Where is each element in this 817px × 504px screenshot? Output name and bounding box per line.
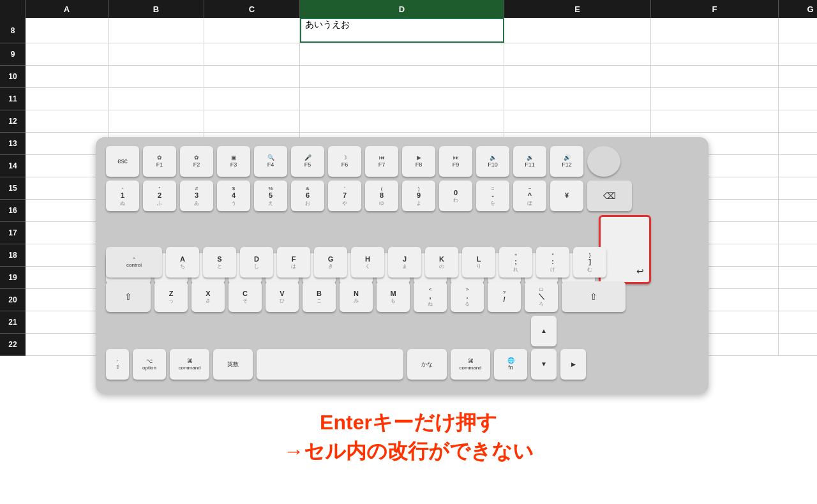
key-d[interactable]: D し	[240, 247, 273, 278]
key-f1-label: F1	[156, 161, 163, 168]
key-kana[interactable]: かな	[407, 349, 447, 380]
key-c[interactable]: C そ	[229, 281, 262, 312]
key-period[interactable]: > . る	[451, 281, 484, 312]
key-backslash[interactable]: } ] む	[573, 247, 606, 278]
key-g[interactable]: G き	[314, 247, 347, 278]
key-a[interactable]: A ち	[166, 247, 199, 278]
key-semicolon-top: +	[514, 252, 518, 258]
key-m[interactable]: M も	[377, 281, 410, 312]
instruction-text: Enterキーだけ押す →セル内の改行ができない	[283, 408, 534, 466]
key-fn-dot-top: ・	[115, 358, 120, 364]
key-f5[interactable]: 🎤 F5	[291, 146, 324, 177]
key-f11[interactable]: 🔉 F11	[513, 146, 546, 177]
key-n[interactable]: N み	[340, 281, 373, 312]
cell-d8[interactable]: あいうえお	[300, 18, 504, 43]
key-shift-left[interactable]: ⇧	[106, 281, 151, 312]
key-quote[interactable]: * : け	[536, 247, 569, 278]
key-f10[interactable]: 🔈 F10	[476, 146, 509, 177]
key-f4[interactable]: 🔍 F4	[254, 146, 287, 177]
key-3[interactable]: # 3 あ	[180, 181, 213, 211]
key-f8[interactable]: ▶ F8	[402, 146, 435, 177]
key-3-main: 3	[195, 191, 199, 200]
key-s-sub: と	[217, 263, 222, 270]
cell-c8[interactable]	[204, 18, 300, 43]
key-f1[interactable]: ✿ F1	[143, 146, 176, 177]
key-7[interactable]: ' 7 や	[328, 181, 361, 211]
key-d-main: D	[254, 255, 259, 263]
key-s[interactable]: S と	[203, 247, 236, 278]
key-v[interactable]: V ひ	[266, 281, 299, 312]
key-space[interactable]	[257, 349, 403, 380]
key-equals-top: ~	[528, 186, 532, 192]
key-j[interactable]: J ま	[388, 247, 421, 278]
key-9-top: )	[418, 186, 420, 192]
key-equals[interactable]: ~ ^ ほ	[513, 181, 546, 211]
key-backslash-top[interactable]: ¥	[550, 181, 583, 211]
cell-f8[interactable]	[651, 18, 779, 43]
cell-a8[interactable]	[26, 18, 109, 43]
key-2-sub: ふ	[157, 200, 162, 207]
key-caps[interactable]: ^ control	[106, 247, 162, 278]
key-globe[interactable]: 🌐 fn	[494, 349, 527, 380]
key-shift-right[interactable]: ⇧	[562, 281, 626, 312]
key-f[interactable]: F は	[277, 247, 310, 278]
key-k[interactable]: K の	[425, 247, 458, 278]
key-2[interactable]: " 2 ふ	[143, 181, 176, 211]
col-header-a: A	[26, 0, 109, 18]
key-9[interactable]: ) 9 よ	[402, 181, 435, 211]
key-slash[interactable]: ? /	[488, 281, 521, 312]
key-b[interactable]: B こ	[303, 281, 336, 312]
key-option[interactable]: ⌥ option	[133, 349, 166, 380]
key-k-sub: の	[439, 263, 444, 270]
key-esc[interactable]: esc	[106, 146, 139, 177]
key-backspace[interactable]: ⌫	[587, 181, 632, 211]
key-fn-dot[interactable]: ・ ⇧	[106, 349, 129, 380]
key-command-left[interactable]: ⌘ command	[170, 349, 209, 380]
key-0-sub: わ	[453, 197, 458, 204]
key-5[interactable]: % 5 え	[254, 181, 287, 211]
key-f12[interactable]: 🔊 F12	[550, 146, 583, 177]
key-x[interactable]: X さ	[191, 281, 225, 312]
key-comma-top: <	[429, 286, 432, 293]
key-arrow-right[interactable]: ▶	[560, 349, 586, 380]
key-arrow-up[interactable]: ▲	[531, 316, 557, 346]
key-minus[interactable]: = - を	[476, 181, 509, 211]
col-header-f: F	[651, 0, 779, 18]
key-command-right[interactable]: ⌘ command	[451, 349, 490, 380]
table-row	[26, 88, 817, 110]
cell-e8[interactable]	[504, 18, 651, 43]
key-arrow-down[interactable]: ▼	[531, 349, 557, 380]
key-z[interactable]: Z っ	[154, 281, 188, 312]
key-z-sub: っ	[169, 298, 174, 304]
key-l[interactable]: L り	[462, 247, 495, 278]
key-f7-icon: ⏮	[379, 154, 385, 161]
key-ro-main: ＼	[538, 292, 545, 300]
key-eisu[interactable]: 英数	[213, 349, 253, 380]
key-comma[interactable]: < , ね	[414, 281, 447, 312]
key-f2-icon: ✿	[194, 154, 199, 161]
key-a-main: A	[180, 255, 185, 263]
key-6[interactable]: & 6 お	[291, 181, 324, 211]
cell-g8[interactable]	[779, 18, 817, 43]
key-f9[interactable]: ⏭ F9	[439, 146, 472, 177]
key-f3[interactable]: ▣ F3	[217, 146, 250, 177]
key-command-left-label: command	[178, 365, 200, 371]
key-enter[interactable]: ↩	[599, 215, 651, 284]
key-0[interactable]: 0 わ	[439, 181, 472, 211]
key-f6[interactable]: ☽ F6	[328, 146, 361, 177]
key-f12-icon: 🔊	[564, 154, 571, 161]
key-f7[interactable]: ⏮ F7	[365, 146, 398, 177]
key-v-sub: ひ	[280, 298, 285, 304]
key-backtick[interactable]: ・ 1 ぬ	[106, 181, 139, 211]
cell-b8[interactable]	[109, 18, 204, 43]
key-f2[interactable]: ✿ F2	[180, 146, 213, 177]
key-h[interactable]: H く	[351, 247, 384, 278]
key-f11-icon: 🔉	[527, 154, 534, 161]
key-8[interactable]: ( 8 ゆ	[365, 181, 398, 211]
key-b-main: B	[317, 290, 322, 298]
key-semicolon[interactable]: + ; れ	[499, 247, 532, 278]
key-4[interactable]: $ 4 う	[217, 181, 250, 211]
key-power[interactable]	[587, 146, 620, 177]
key-ro[interactable]: □ ＼ ろ	[525, 281, 558, 312]
key-f-sub: は	[291, 263, 296, 270]
